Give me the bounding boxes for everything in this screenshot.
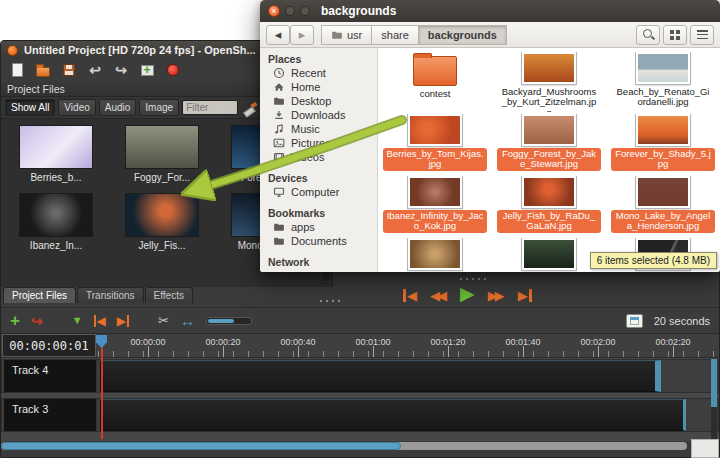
timeline-tracks: Track 4 Track 3: [1, 358, 719, 441]
tab-project-files[interactable]: Project Files: [3, 287, 76, 303]
tab-effects[interactable]: Effects: [145, 287, 193, 303]
sidebar-item-label: Documents: [291, 235, 347, 247]
file-name: Foggy_Forest_by_Jake_Stewart.jpg: [497, 148, 601, 171]
file-item[interactable]: Beach_by_Renato_Giordanelli.jpg: [606, 52, 720, 112]
timeline-horizontal-scrollbar[interactable]: [1, 441, 719, 451]
sidebar-item-pictures[interactable]: Pictures: [260, 136, 377, 150]
file-thumbnail: [408, 238, 462, 270]
track-label[interactable]: Track 4: [4, 360, 97, 392]
file-item[interactable]: Berries_by_Tom_Kijas.jpg: [378, 114, 492, 174]
file-name: Forever_by_Shady_5.jpg: [611, 148, 715, 171]
brush-icon[interactable]: [243, 101, 258, 115]
scrollbar-handle[interactable]: [1, 442, 401, 450]
undo-icon[interactable]: [87, 62, 103, 78]
timeline-ruler[interactable]: 00:00:00 00:00:20 00:00:40 00:01:00 00:0…: [1, 333, 719, 358]
ruler-ticks: [98, 351, 719, 357]
splitter-handle[interactable]: [319, 299, 341, 304]
filter-audio-button[interactable]: Audio: [99, 99, 137, 116]
sidebar-item-documents[interactable]: Documents: [260, 234, 377, 248]
file-item[interactable]: Partitura_by_: [378, 238, 492, 272]
file-grid: contest Backyard_Mushrooms_by_Kurt_Zitze…: [378, 48, 720, 272]
import-files-icon[interactable]: [139, 62, 155, 78]
file-item[interactable]: Mono_Lake_by_Angela_Henderson.jpg: [606, 176, 720, 236]
sidebar-item-music[interactable]: Music: [260, 122, 377, 136]
sidebar-item-home[interactable]: Home: [260, 80, 377, 94]
project-file-name: Foggy_For...: [134, 172, 190, 183]
file-thumbnail: [636, 176, 690, 208]
maximize-button[interactable]: [300, 6, 310, 16]
close-button[interactable]: [268, 5, 280, 17]
scrollbar-track[interactable]: [1, 442, 687, 450]
forward-button[interactable]: [290, 25, 314, 45]
project-file-item[interactable]: Foggy_For...: [109, 125, 215, 183]
jump-to-end-icon[interactable]: [518, 289, 532, 302]
breadcrumb-usr[interactable]: usr: [321, 25, 372, 45]
project-file-name: Jelly_Fis...: [138, 240, 185, 251]
search-button[interactable]: [636, 25, 660, 45]
redo-icon[interactable]: [113, 62, 129, 78]
window-resize-corner[interactable]: [691, 439, 719, 458]
file-item[interactable]: Jelly_Fish_by_RaDu_GaLaN.jpg: [492, 176, 606, 236]
fast-forward-icon[interactable]: [488, 289, 505, 302]
timeline-clip[interactable]: [100, 360, 661, 392]
folder-icon: [331, 29, 343, 41]
sidebar-item-videos[interactable]: Videos: [260, 150, 377, 164]
file-item[interactable]: Backyard_Mushrooms_by_Kurt_Zitzelman.jpg: [492, 52, 606, 112]
filter-image-button[interactable]: Image: [139, 99, 179, 116]
breadcrumb-share[interactable]: share: [371, 25, 419, 45]
minimize-button[interactable]: [285, 6, 295, 16]
sidebar-item-desktop[interactable]: Desktop: [260, 94, 377, 108]
open-project-icon[interactable]: [35, 62, 51, 78]
project-file-item[interactable]: Ibanez_In...: [3, 193, 109, 251]
list-view-button[interactable]: [690, 25, 714, 45]
file-item[interactable]: contest: [378, 52, 492, 112]
export-video-icon[interactable]: [165, 62, 181, 78]
project-file-thumbnail: [19, 125, 93, 169]
add-track-icon[interactable]: [10, 312, 20, 329]
playhead-line[interactable]: [101, 343, 103, 439]
filter-show-all-button[interactable]: Show All: [5, 99, 55, 116]
filter-video-button[interactable]: Video: [58, 99, 95, 116]
breadcrumb-backgrounds[interactable]: backgrounds: [418, 25, 507, 45]
home-icon: [273, 81, 285, 93]
previous-marker-icon[interactable]: [94, 315, 106, 327]
filemanager-content: contest Backyard_Mushrooms_by_Kurt_Zitze…: [378, 48, 720, 272]
add-marker-icon[interactable]: [72, 315, 83, 326]
resize-icon[interactable]: [180, 313, 195, 328]
sidebar-item-apps[interactable]: apps: [260, 220, 377, 234]
jump-to-start-icon[interactable]: [403, 289, 417, 302]
timeline-vertical-scrollbar[interactable]: [711, 359, 717, 439]
project-file-item[interactable]: Jelly_Fis...: [109, 193, 215, 251]
razor-icon[interactable]: [158, 314, 169, 327]
rewind-icon[interactable]: [430, 289, 447, 302]
file-item[interactable]: Forever_by_Shady_5.jpg: [606, 114, 720, 174]
bottom-panel-tabs: Project Files Transitions Effects: [3, 287, 193, 303]
openshot-window-title: Untitled Project [HD 720p 24 fps] - Open…: [24, 44, 256, 56]
sidebar-item-recent[interactable]: Recent: [260, 66, 377, 80]
new-project-icon[interactable]: [9, 62, 25, 78]
snap-icon[interactable]: [31, 314, 43, 328]
zoom-icon[interactable]: [626, 314, 643, 328]
grid-view-button[interactable]: [663, 25, 687, 45]
zoom-level-label: 20 seconds: [654, 315, 710, 327]
file-name: Ibanez_Infinity_by_Jaco_Kok.jpg: [383, 210, 487, 233]
filemanager-titlebar[interactable]: backgrounds: [260, 0, 720, 22]
splitter-handle[interactable]: [459, 277, 487, 282]
breadcrumb: usr share backgrounds: [322, 25, 507, 45]
desktop: Untitled Project [HD 720p 24 fps] - Open…: [0, 0, 720, 458]
track-label[interactable]: Track 3: [4, 399, 97, 431]
file-item[interactable]: Foggy_Forest_by_Jake_Stewart.jpg: [492, 114, 606, 174]
play-icon[interactable]: [460, 284, 475, 303]
sidebar-item-computer[interactable]: Computer: [260, 185, 377, 199]
file-thumbnail: [522, 176, 576, 208]
next-marker-icon[interactable]: [117, 315, 129, 327]
sidebar-item-downloads[interactable]: Downloads: [260, 108, 377, 122]
filter-input[interactable]: [182, 100, 238, 115]
back-button[interactable]: [266, 25, 290, 45]
project-file-item[interactable]: Berries_b...: [3, 125, 109, 183]
timeline-clip[interactable]: [100, 399, 686, 431]
timeline-mini-slider[interactable]: [206, 317, 252, 325]
file-item[interactable]: Ibanez_Infinity_by_Jaco_Kok.jpg: [378, 176, 492, 236]
tab-transitions[interactable]: Transitions: [77, 287, 144, 303]
save-project-icon[interactable]: [61, 62, 77, 78]
